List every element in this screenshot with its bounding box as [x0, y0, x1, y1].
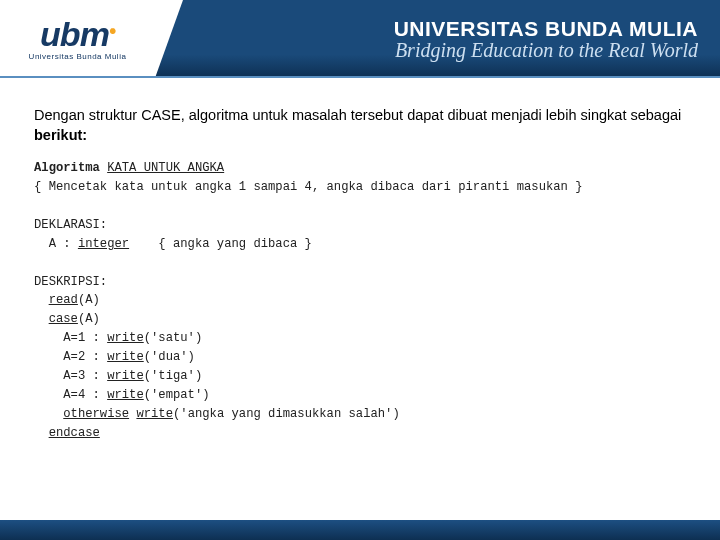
header-right: UNIVERSITAS BUNDA MULIA Bridging Educati…: [394, 17, 720, 62]
kw-read: read: [49, 293, 78, 307]
kw-algoritma: Algoritma: [34, 161, 100, 175]
tagline: Bridging Education to the Real World: [394, 39, 698, 62]
kw-endcase: endcase: [49, 426, 100, 440]
kw-otherwise: otherwise: [63, 407, 129, 421]
case-line: case(A): [34, 310, 686, 329]
read-line: read(A): [34, 291, 686, 310]
case-3: A=3 : write('tiga'): [34, 367, 686, 386]
algo-title: Algoritma KATA_UNTUK_ANGKA: [34, 159, 686, 178]
type-integer: integer: [78, 237, 129, 251]
case-2: A=2 : write('dua'): [34, 348, 686, 367]
endcase-line: endcase: [34, 424, 686, 443]
logo-main: ubm: [40, 15, 109, 53]
kw-write-ow: write: [136, 407, 173, 421]
page-header: ubm• Universitas Bunda Mulia UNIVERSITAS…: [0, 0, 720, 78]
content-area: Dengan struktur CASE, algoritma untuk ma…: [0, 78, 720, 463]
deklarasi-label: DEKLARASI:: [34, 216, 686, 235]
logo-box: ubm• Universitas Bunda Mulia: [0, 0, 155, 78]
otherwise-line: otherwise write('angka yang dimasukkan s…: [34, 405, 686, 424]
decl-line: A : integer { angka yang dibaca }: [34, 235, 686, 254]
university-name: UNIVERSITAS BUNDA MULIA: [394, 17, 698, 41]
logo-dot-icon: •: [109, 21, 115, 41]
intro-part1: Dengan struktur CASE, algoritma untuk ma…: [34, 107, 681, 123]
deskripsi-label: DESKRIPSI:: [34, 273, 686, 292]
kw-write-2: write: [107, 350, 144, 364]
case-4: A=4 : write('empat'): [34, 386, 686, 405]
algo-name: KATA_UNTUK_ANGKA: [107, 161, 224, 175]
blank-1: [34, 197, 686, 216]
blank-2: [34, 254, 686, 273]
page-footer-bar: [0, 520, 720, 540]
algo-comment-top: { Mencetak kata untuk angka 1 sampai 4, …: [34, 178, 686, 197]
algorithm-block: Algoritma KATA_UNTUK_ANGKA { Mencetak ka…: [34, 159, 686, 443]
kw-write-4: write: [107, 388, 144, 402]
intro-bold: berikut:: [34, 127, 87, 143]
intro-text: Dengan struktur CASE, algoritma untuk ma…: [34, 106, 686, 145]
kw-case: case: [49, 312, 78, 326]
logo-subtitle: Universitas Bunda Mulia: [29, 52, 127, 61]
case-1: A=1 : write('satu'): [34, 329, 686, 348]
logo-text: ubm•: [40, 17, 115, 51]
kw-write-1: write: [107, 331, 144, 345]
kw-write-3: write: [107, 369, 144, 383]
